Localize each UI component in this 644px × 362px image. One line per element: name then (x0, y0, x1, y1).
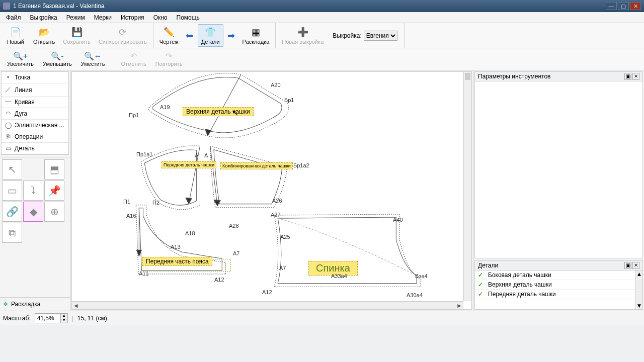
tool-detail[interactable]: ▭Деталь (2, 143, 68, 154)
scale-down-button[interactable]: ▼ (60, 318, 67, 323)
sync-button[interactable]: ⟳Синхронизировать (96, 24, 150, 47)
minimize-button[interactable]: — (606, 2, 617, 10)
toolbox-piece-add[interactable]: ⬒ (44, 159, 64, 179)
dock-close-button[interactable]: ✕ (632, 73, 639, 80)
zoom-out-icon: 🔍- (51, 51, 63, 61)
check-icon: ✓ (478, 272, 485, 279)
detail-icon: ▭ (5, 145, 12, 152)
zoom-fit-icon: 🔍↔ (84, 51, 102, 61)
mode-next-arrow[interactable]: ➡ (225, 24, 237, 47)
menu-window[interactable]: Окно (149, 13, 172, 22)
menu-mode[interactable]: Режим (62, 13, 89, 22)
zoom-fit-button[interactable]: 🔍↔Уместить (77, 50, 109, 68)
point-label: A20 (271, 82, 281, 88)
tool-operations[interactable]: ⎘Операции (2, 131, 68, 143)
canvas-area[interactable]: A20 Бр1 A19 Пр1 Верхняя деталь чашки Пр1… (71, 71, 472, 310)
menu-file[interactable]: Файл (2, 13, 25, 22)
menu-measurements[interactable]: Мерки (90, 13, 116, 22)
point-label: A27 (271, 212, 281, 218)
tool-elliptical[interactable]: ◯Эллиптическая ... (2, 120, 68, 131)
horizontal-scrollbar[interactable]: ◄ ► (72, 301, 463, 309)
menubar: Файл Выкройка Режим Мерки История Окно П… (0, 12, 644, 23)
scale-spinner[interactable]: ▲▼ (35, 313, 68, 323)
layout-panel-button[interactable]: ❄ Раскладка (0, 297, 70, 311)
main-toolbar: 📄Новый 📂Открыть 💾Сохранить ⟳Синхронизиро… (0, 23, 644, 48)
workarea: •Точка ／Линия 〰Кривая ◠Дуга ◯Эллиптическ… (0, 70, 644, 311)
toolbox-link[interactable]: 🔗 (2, 202, 22, 222)
maximize-button[interactable]: ▢ (618, 2, 629, 10)
statusbar: Масштаб: ▲▼ | 15, 11 (см) (0, 311, 644, 325)
tool-curve[interactable]: 〰Кривая (2, 97, 68, 108)
mode-details-button[interactable]: 👕Детали (198, 24, 223, 47)
menu-pattern[interactable]: Выкройка (26, 13, 61, 22)
right-panel: Параметры инструментов ▣ ✕ Детали ▣ ✕ ✓Б… (473, 70, 644, 311)
pattern-select[interactable]: Евгения (364, 31, 397, 41)
piece-label-upper-cup: Верхняя деталь чашки (183, 107, 254, 116)
layout-panel-icon: ❄ (3, 301, 8, 308)
menu-help[interactable]: Помощь (173, 13, 204, 22)
new-pattern-icon: ➕ (297, 27, 308, 38)
detail-row[interactable]: ✓Боковая деталь чашки (475, 270, 635, 280)
operations-icon: ⎘ (5, 133, 12, 140)
open-button[interactable]: 📂Открыть (30, 24, 58, 47)
point-label: Пр1 (129, 112, 139, 118)
mode-layout-button[interactable]: ▦Раскладка (239, 24, 273, 47)
point-label: Бр1а2 (293, 162, 309, 168)
toolbox-pointer[interactable]: ↖ (2, 159, 22, 179)
point-label: A13 (171, 244, 181, 250)
point-label: A7 (233, 250, 239, 256)
details-header: Детали ▣ ✕ (475, 261, 642, 270)
toolbox-insert-node[interactable]: ◆ (23, 202, 43, 222)
new-pattern-button[interactable]: ➕Новая выкройка (279, 24, 327, 47)
dock-float-button[interactable]: ▣ (624, 262, 631, 269)
redo-button[interactable]: ↷Повторить (151, 50, 187, 68)
piece-label-front-belt: Передняя часть пояса (142, 257, 212, 266)
check-icon: ✓ (478, 281, 485, 288)
tool-point[interactable]: •Точка (2, 72, 68, 83)
piece-label-front-cup-small: Передняя деталь чашки (162, 161, 216, 168)
point-label: A40 (393, 217, 403, 223)
toolbox-curve-piece[interactable]: ⤵ (23, 180, 43, 201)
tool-line[interactable]: ／Линия (2, 83, 68, 97)
point-label: П1 (123, 199, 130, 205)
tool-category-list: •Точка ／Линия 〰Кривая ◠Дуга ◯Эллиптическ… (1, 71, 69, 155)
vertical-scrollbar[interactable] (463, 72, 471, 301)
tool-props-body (475, 81, 642, 258)
save-icon: 💾 (71, 27, 83, 38)
point-label: A11 (139, 270, 149, 277)
point-label: A12 (262, 289, 272, 295)
scale-input[interactable] (35, 314, 60, 323)
view-toolbar: 🔍+Увеличить 🔍-Уменьшить 🔍↔Уместить ↶Отме… (0, 48, 644, 70)
point-label: A (195, 152, 198, 158)
scroll-left-arrow[interactable]: ◄ (72, 302, 80, 309)
close-button[interactable]: ✕ (630, 2, 641, 10)
undo-button[interactable]: ↶Отменить (117, 50, 150, 68)
menu-history[interactable]: История (117, 13, 148, 22)
point-label: A28 (229, 223, 239, 229)
check-icon: ✓ (478, 291, 485, 298)
zoom-out-button[interactable]: 🔍-Уменьшить (39, 50, 76, 68)
toolbox-pin[interactable]: 📌 (44, 180, 64, 201)
toolbox-piece-path[interactable]: ▭ (2, 180, 22, 201)
mode-prev-arrow[interactable]: ⬅ (184, 24, 196, 47)
details-scrollbar[interactable]: ▲▼ (635, 270, 642, 309)
toolbox-duplicate[interactable]: ⧉ (2, 223, 22, 243)
save-button[interactable]: 💾Сохранить (60, 24, 94, 47)
point-label: A26 (272, 198, 282, 204)
dock-close-button[interactable]: ✕ (632, 262, 639, 269)
pattern-label: Выкройка: (333, 32, 361, 39)
scale-label: Масштаб: (3, 315, 31, 322)
zoom-in-button[interactable]: 🔍+Увеличить (3, 50, 38, 68)
arc-icon: ◠ (5, 110, 12, 117)
detail-row[interactable]: ✓Передняя деталь чашки (475, 290, 635, 299)
details-icon: 👕 (205, 27, 216, 38)
dock-float-button[interactable]: ▣ (624, 73, 631, 80)
new-button[interactable]: 📄Новый (3, 24, 28, 47)
app-icon (3, 3, 10, 10)
toolbox-globe[interactable]: ⊕ (44, 202, 64, 222)
scroll-right-arrow[interactable]: ► (455, 302, 463, 309)
detail-row[interactable]: ✓Верхняя деталь чашки (475, 280, 635, 290)
tool-arc[interactable]: ◠Дуга (2, 108, 68, 120)
curve-icon: 〰 (5, 99, 12, 106)
mode-draw-button[interactable]: ✏️Чертёж (156, 24, 182, 47)
